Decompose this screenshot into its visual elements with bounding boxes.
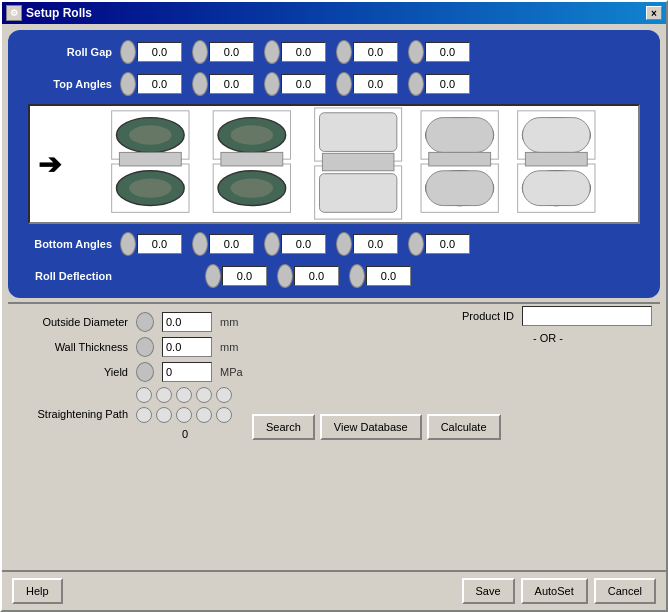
top-angle-input-3: 0.0 <box>264 72 326 96</box>
search-button[interactable]: Search <box>252 414 315 440</box>
blue-panel: Roll Gap 0.0 0.0 0.0 <box>8 30 660 298</box>
top-angle-icon-2 <box>192 72 208 96</box>
save-button[interactable]: Save <box>462 578 515 604</box>
roll-deflection-icon-3 <box>349 264 365 288</box>
view-database-button[interactable]: View Database <box>320 414 422 440</box>
cancel-button[interactable]: Cancel <box>594 578 656 604</box>
wall-thickness-input[interactable] <box>162 337 212 357</box>
bottom-angle-input-2: 0.0 <box>192 232 254 256</box>
svg-rect-24 <box>426 171 494 206</box>
bottom-angle-field-5[interactable]: 0.0 <box>425 234 470 254</box>
bottom-angle-icon-2 <box>192 232 208 256</box>
path-cb-3[interactable] <box>176 387 192 403</box>
roll-gap-field-3[interactable]: 0.0 <box>281 42 326 62</box>
roll-gap-input-5: 0.0 <box>408 40 470 64</box>
path-cb-7[interactable] <box>156 407 172 423</box>
top-angle-input-5: 0.0 <box>408 72 470 96</box>
bottom-angle-icon-3 <box>264 232 280 256</box>
svg-rect-16 <box>320 113 397 152</box>
roll-gap-input-3: 0.0 <box>264 40 326 64</box>
bottom-angle-field-2[interactable]: 0.0 <box>209 234 254 254</box>
window-icon: ⚙ <box>6 5 22 21</box>
roll-deflection-field-1[interactable]: 0.0 <box>222 266 267 286</box>
top-angle-icon-4 <box>336 72 352 96</box>
roll-gap-field-2[interactable]: 0.0 <box>209 42 254 62</box>
bottom-angle-input-4: 0.0 <box>336 232 398 256</box>
roll-illustration: ➔ <box>28 104 640 224</box>
bottom-angle-field-4[interactable]: 0.0 <box>353 234 398 254</box>
roll-deflection-field-2[interactable]: 0.0 <box>294 266 339 286</box>
direction-arrow: ➔ <box>38 149 61 180</box>
roll-gap-row: Roll Gap 0.0 0.0 0.0 <box>22 40 646 64</box>
bottom-angles-row: Bottom Angles 0.0 0.0 0.0 <box>22 232 646 256</box>
roll-gap-label: Roll Gap <box>22 46 112 58</box>
yield-unit: MPa <box>220 366 243 378</box>
top-angle-field-5[interactable]: 0.0 <box>425 74 470 94</box>
yield-label: Yield <box>18 366 128 378</box>
outside-diameter-unit: mm <box>220 316 238 328</box>
wall-thickness-row: Wall Thickness mm <box>18 337 501 357</box>
product-id-row: Product ID <box>444 306 652 326</box>
top-angle-input-1: 0.0 <box>120 72 182 96</box>
path-cb-4[interactable] <box>196 387 212 403</box>
path-cb-1[interactable] <box>136 387 152 403</box>
svg-rect-25 <box>429 152 491 166</box>
path-cb-10[interactable] <box>216 407 232 423</box>
roll-deflection-icon-2 <box>277 264 293 288</box>
bottom-angle-field-3[interactable]: 0.0 <box>281 234 326 254</box>
path-cb-9[interactable] <box>196 407 212 423</box>
roll-gap-input-4: 0.0 <box>336 40 398 64</box>
outside-diameter-label: Outside Diameter <box>18 316 128 328</box>
wall-thickness-unit: mm <box>220 341 238 353</box>
top-angle-field-4[interactable]: 0.0 <box>353 74 398 94</box>
path-cb-6[interactable] <box>136 407 152 423</box>
bottom-angle-icon-5 <box>408 232 424 256</box>
bottom-bar: Help Save AutoSet Cancel <box>2 570 666 610</box>
path-cb-5[interactable] <box>216 387 232 403</box>
straightening-path-value: 0 <box>182 428 188 440</box>
roll-gap-icon-2 <box>192 40 208 64</box>
main-content: Roll Gap 0.0 0.0 0.0 <box>2 24 666 570</box>
bottom-section: Outside Diameter mm Wall Thickness mm <box>8 302 660 564</box>
bottom-angle-field-1[interactable]: 0.0 <box>137 234 182 254</box>
close-button[interactable]: × <box>646 6 662 20</box>
form-layout: Outside Diameter mm Wall Thickness mm <box>18 312 650 440</box>
calculate-button[interactable]: Calculate <box>427 414 501 440</box>
roll-gap-icon-5 <box>408 40 424 64</box>
yield-input[interactable] <box>162 362 212 382</box>
svg-rect-17 <box>320 174 397 213</box>
or-label: - OR - <box>444 332 652 344</box>
arrow-container: ➔ <box>38 148 61 181</box>
roll-gap-field-4[interactable]: 0.0 <box>353 42 398 62</box>
path-cb-8[interactable] <box>176 407 192 423</box>
svg-point-12 <box>231 179 274 198</box>
svg-rect-22 <box>426 118 494 153</box>
svg-point-5 <box>129 179 172 198</box>
svg-point-10 <box>231 125 274 144</box>
autoset-button[interactable]: AutoSet <box>521 578 588 604</box>
svg-point-3 <box>129 125 172 144</box>
top-angle-field-1[interactable]: 0.0 <box>137 74 182 94</box>
roll-gap-inputs: 0.0 0.0 0.0 0.0 <box>120 40 646 64</box>
svg-rect-18 <box>322 153 394 170</box>
help-button[interactable]: Help <box>12 578 63 604</box>
rolls-svg <box>30 106 638 222</box>
main-window: ⚙ Setup Rolls × Roll Gap 0.0 0.0 <box>0 0 668 612</box>
product-id-input[interactable] <box>522 306 652 326</box>
top-angle-field-3[interactable]: 0.0 <box>281 74 326 94</box>
path-cb-2[interactable] <box>156 387 172 403</box>
search-view-buttons: Search View Database Calculate <box>252 414 501 440</box>
top-angle-field-2[interactable]: 0.0 <box>209 74 254 94</box>
svg-rect-32 <box>525 152 587 166</box>
straightening-path-label: Straightening Path <box>18 408 128 420</box>
roll-deflection-field-3[interactable]: 0.0 <box>366 266 411 286</box>
left-column: Outside Diameter mm Wall Thickness mm <box>18 312 501 440</box>
bottom-angle-icon-4 <box>336 232 352 256</box>
top-angle-input-2: 0.0 <box>192 72 254 96</box>
outside-diameter-input[interactable] <box>162 312 212 332</box>
roll-gap-input-2: 0.0 <box>192 40 254 64</box>
right-column: Product ID - OR - <box>444 306 652 344</box>
roll-gap-field-5[interactable]: 0.0 <box>425 42 470 62</box>
product-id-label: Product ID <box>444 310 514 322</box>
roll-gap-field-1[interactable]: 0.0 <box>137 42 182 62</box>
